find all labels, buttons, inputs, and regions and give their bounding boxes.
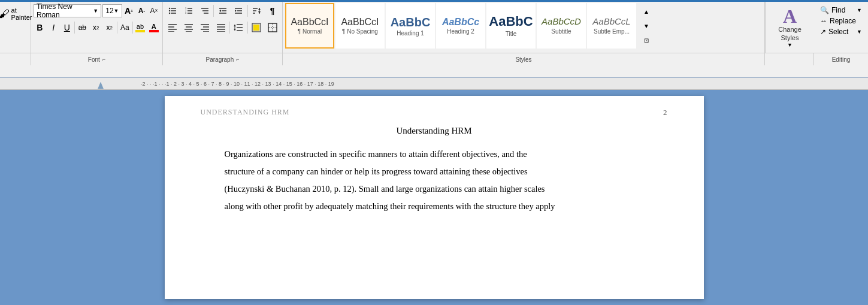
- svg-rect-52: [253, 25, 259, 31]
- font-family-dropdown-icon[interactable]: ▼: [93, 8, 98, 14]
- svg-point-3: [169, 8, 170, 9]
- document-page[interactable]: UNDERSTANDING HRM 2 Understanding HRM Or…: [165, 96, 704, 299]
- justify-button[interactable]: [213, 20, 228, 35]
- align-center-button[interactable]: [182, 20, 196, 35]
- style-no-spacing-preview: AaBbCcI: [341, 17, 379, 28]
- select-button[interactable]: ↗ Select ▼: [818, 27, 864, 37]
- multilevel-list-button[interactable]: [197, 3, 212, 19]
- font-size-value: 12: [105, 7, 113, 15]
- ruler: ·2 · · ·1 · · ·1 · 2 · 3 · 4 · 5 · 6 · 7…: [0, 78, 868, 90]
- style-normal-button[interactable]: AaBbCcI ¶ Normal: [285, 3, 334, 49]
- align-right-button[interactable]: [197, 20, 212, 35]
- shading-button[interactable]: [249, 20, 264, 35]
- styles-more-button[interactable]: ⊡: [639, 33, 654, 47]
- font-size-selector[interactable]: 12 ▼: [102, 4, 122, 17]
- style-title-preview: AaBbC: [489, 14, 533, 29]
- para-sep4: [247, 22, 248, 34]
- svg-text:3: 3: [185, 11, 187, 14]
- style-subtitle-button[interactable]: AaBbCcD Subtitle: [537, 3, 586, 49]
- font-format-row: B I U ab x2 x2 Aa ab: [34, 20, 160, 35]
- font-grow-button[interactable]: A+: [123, 3, 135, 19]
- align-left-button[interactable]: [165, 20, 180, 35]
- bold-button[interactable]: B: [34, 20, 46, 35]
- style-subtle-emphasis-button[interactable]: AaBbCcL Subtle Emp...: [587, 3, 636, 49]
- replace-button[interactable]: ↔ Replace: [818, 16, 864, 26]
- style-subtitle-label: Subtitle: [551, 28, 571, 35]
- change-styles-section: A ChangeStyles ▼: [765, 2, 814, 53]
- paragraph-label-area: Paragraph ⌐: [163, 53, 283, 65]
- numbered-list-button[interactable]: 123: [182, 3, 196, 19]
- document-area: UNDERSTANDING HRM 2 Understanding HRM Or…: [0, 90, 868, 305]
- style-title-label: Title: [506, 31, 517, 37]
- show-paragraph-button[interactable]: ¶: [265, 3, 280, 19]
- style-no-spacing-label: ¶ No Spacing: [342, 28, 378, 35]
- para-sep3: [229, 22, 230, 34]
- document-body[interactable]: Organizations are constructed in specifi…: [201, 146, 668, 215]
- style-subtle-emphasis-label: Subtle Emp...: [594, 28, 630, 35]
- select-icon: ↗: [820, 28, 826, 36]
- styles-label-area: Styles: [283, 53, 765, 65]
- style-heading1-button[interactable]: AaBbC Heading 1: [386, 3, 435, 49]
- style-title-button[interactable]: AaBbC Title: [486, 3, 536, 49]
- clear-formatting-button[interactable]: A✕: [149, 3, 160, 19]
- change-styles-label-area: [765, 53, 814, 65]
- style-heading2-button[interactable]: AaBbCc Heading 2: [436, 3, 485, 49]
- highlight-color-button[interactable]: ab: [134, 20, 147, 35]
- ribbon-content-row: 🖌 at Painter Times New Roman ▼ 12 ▼ A+ A…: [0, 2, 868, 53]
- document-paragraph-1: Organizations are constructed in specifi…: [201, 146, 668, 163]
- font-section-label: Font: [88, 56, 100, 63]
- select-dropdown: ▼: [857, 29, 862, 35]
- find-dropdown: ▼: [857, 7, 862, 13]
- style-subtle-emphasis-preview: AaBbCcL: [592, 17, 630, 27]
- font-expand-icon[interactable]: ⌐: [102, 56, 105, 62]
- italic-button[interactable]: I: [47, 20, 60, 35]
- editing-section-label: Editing: [832, 56, 851, 63]
- para2-text: structure of a company can hinder or hel…: [225, 167, 528, 176]
- document-page-number: 2: [663, 108, 668, 117]
- document-paragraph-4: along with other profit by adequately ma…: [201, 198, 668, 215]
- para3-text: (Huczynski & Buchanan 2010, p. 12). Smal…: [225, 184, 545, 194]
- font-section: Times New Roman ▼ 12 ▼ A+ A- A✕ B I U ab: [31, 2, 163, 53]
- format-painter-button[interactable]: 🖌 at Painter: [0, 4, 33, 23]
- indent-decrease-button[interactable]: [215, 3, 230, 19]
- find-button[interactable]: 🔍 Find ▼: [818, 5, 864, 15]
- replace-icon: ↔: [820, 17, 827, 25]
- find-icon: 🔍: [820, 6, 829, 14]
- sort-button[interactable]: [249, 3, 264, 19]
- style-normal-label: ¶ Normal: [298, 28, 322, 35]
- styles-scroll-up-button[interactable]: ▲: [639, 4, 654, 19]
- font-size-dropdown-icon[interactable]: ▼: [114, 8, 119, 14]
- superscript-button[interactable]: x2: [103, 20, 116, 35]
- font-sep2: [117, 22, 117, 34]
- font-label-area: Font ⌐: [31, 53, 163, 65]
- style-heading2-label: Heading 2: [447, 28, 474, 35]
- styles-scroll-down-button[interactable]: ▼: [639, 19, 654, 33]
- paragraph-expand-icon[interactable]: ⌐: [236, 56, 239, 62]
- style-heading1-preview: AaBbC: [391, 16, 431, 29]
- subscript-button[interactable]: x2: [90, 20, 102, 35]
- styles-scroll-area: ▲ ▼ ⊡: [637, 3, 655, 49]
- svg-point-4: [169, 10, 170, 11]
- underline-button[interactable]: U: [61, 20, 73, 35]
- indent-increase-button[interactable]: [231, 3, 246, 19]
- line-spacing-button[interactable]: [231, 20, 246, 35]
- change-case-button[interactable]: Aa: [119, 20, 131, 35]
- document-paragraph-2: structure of a company can hinder or hel…: [201, 163, 668, 180]
- font-color-button[interactable]: A: [147, 20, 160, 35]
- font-family-row: Times New Roman ▼ 12 ▼ A+ A- A✕: [34, 3, 160, 19]
- ruler-indent-marker[interactable]: [98, 82, 104, 89]
- svg-rect-53: [268, 23, 277, 32]
- change-styles-dropdown-icon: ▼: [787, 42, 793, 48]
- borders-button[interactable]: [265, 20, 280, 35]
- strikethrough-button[interactable]: ab: [76, 20, 89, 35]
- para-row2: [165, 20, 280, 35]
- font-shrink-button[interactable]: A-: [136, 3, 147, 19]
- bullet-list-button[interactable]: [165, 3, 180, 19]
- replace-label: Replace: [830, 17, 856, 25]
- document-paragraph-3: (Huczynski & Buchanan 2010, p. 12). Smal…: [201, 180, 668, 198]
- font-sep3: [132, 22, 133, 34]
- font-family-selector[interactable]: Times New Roman ▼: [34, 4, 101, 17]
- change-styles-button[interactable]: A ChangeStyles ▼: [776, 4, 804, 50]
- styles-items-row: AaBbCcI ¶ Normal AaBbCcI ¶ No Spacing Aa…: [285, 3, 762, 49]
- style-no-spacing-button[interactable]: AaBbCcI ¶ No Spacing: [335, 3, 385, 49]
